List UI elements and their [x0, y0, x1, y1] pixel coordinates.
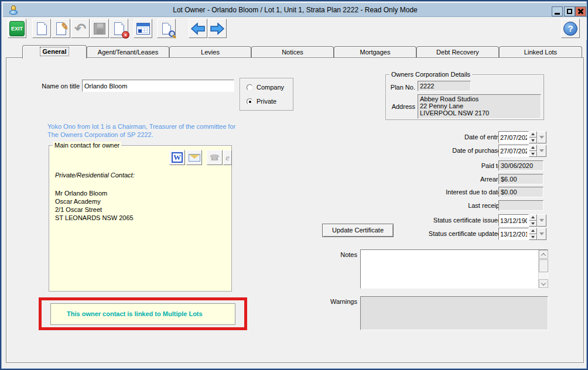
- owner-type-group: Company Private: [240, 78, 293, 111]
- back-button[interactable]: [189, 19, 207, 38]
- update-certificate-button[interactable]: Update Certificate: [322, 224, 394, 237]
- tab-mortgages[interactable]: Mortgages: [334, 46, 416, 57]
- paid-to-label: Paid to: [370, 162, 501, 169]
- private-radio[interactable]: Private: [247, 98, 276, 105]
- status-cert-updated-input[interactable]: [498, 228, 529, 240]
- chevron-down-icon: [539, 232, 544, 235]
- status-cert-updated-dropdown-button[interactable]: [537, 228, 546, 240]
- status-cert-issued-dropdown-button[interactable]: [537, 214, 546, 227]
- contact-suburb: ST LEONARDS NSW 2065: [55, 214, 134, 222]
- close-icon: [577, 8, 584, 15]
- contact-street: 2/1 Oscar Street: [55, 205, 102, 214]
- status-cert-issued-label: Status certificate issued: [370, 217, 501, 224]
- new-document-icon: [37, 22, 47, 35]
- tab-debt-recovery[interactable]: Debt Recovery: [416, 46, 499, 57]
- date-of-entry-dropdown-button[interactable]: [537, 131, 546, 143]
- scroll-down-button[interactable]: [539, 279, 548, 288]
- paid-to-field: [498, 160, 543, 171]
- titlebar: Lot Owner - Orlando Bloom / Lot 1, Unit …: [3, 3, 587, 17]
- save-button[interactable]: [90, 19, 109, 38]
- spin-up-button[interactable]: [529, 131, 537, 138]
- linked-lots-notice: This owner contact is linked to Multiple…: [50, 303, 235, 325]
- spin-up-icon: [531, 216, 535, 218]
- address-label: Address: [387, 103, 415, 110]
- web-icon: e: [225, 153, 230, 163]
- web-button[interactable]: e: [223, 150, 232, 165]
- date-of-purchase-dropdown-button[interactable]: [537, 145, 546, 157]
- main-contact-group: Main contact for owner W ☎ e Private/Res…: [49, 145, 232, 292]
- spin-up-button[interactable]: [529, 214, 537, 221]
- calendar-button[interactable]: [134, 19, 152, 38]
- spin-down-button[interactable]: [529, 234, 537, 241]
- phone-button[interactable]: ☎: [207, 150, 223, 165]
- help-icon: ?: [563, 22, 577, 36]
- undo-icon: ↶: [74, 23, 86, 35]
- address-line: LIVERPOOL NSW 2170: [420, 109, 539, 117]
- company-radio[interactable]: Company: [247, 84, 284, 91]
- spin-up-icon: [531, 133, 535, 135]
- status-cert-issued-input[interactable]: [498, 214, 529, 227]
- radio-unchecked-icon: [247, 84, 253, 91]
- chevron-down-icon: [539, 149, 544, 152]
- spin-up-button[interactable]: [529, 145, 537, 151]
- general-tab-page: Name on title Company Private Owners Cor…: [6, 57, 584, 363]
- last-receipt-field: [498, 200, 543, 211]
- tab-agent-tenant-leases[interactable]: Agent/Tenant/Leases: [87, 46, 169, 57]
- close-button[interactable]: [575, 6, 586, 16]
- date-of-purchase-label: Date of purchase: [370, 147, 501, 154]
- status-cert-updated-spinner: [529, 228, 537, 240]
- tab-levies[interactable]: Levies: [169, 46, 251, 57]
- date-of-entry-control: [498, 131, 546, 143]
- tabstrip: General Agent/Tenant/Leases Levies Notic…: [22, 45, 582, 59]
- spin-down-button[interactable]: [529, 138, 537, 144]
- notes-scrollbar[interactable]: [538, 250, 548, 288]
- address-field: Abbey Road Studios 22 Penny Lane LIVERPO…: [418, 94, 541, 119]
- radio-checked-icon: [247, 98, 253, 105]
- spin-down-button[interactable]: [529, 221, 537, 227]
- pencil-icon: ✎: [60, 20, 69, 33]
- toolbar: EXIT ✎ ↶ x: [3, 18, 587, 40]
- name-on-title-input[interactable]: [82, 80, 234, 92]
- word-merge-button[interactable]: W: [169, 150, 185, 165]
- help-button[interactable]: ?: [561, 19, 580, 38]
- date-of-purchase-input[interactable]: [498, 145, 529, 157]
- new-button[interactable]: [32, 19, 51, 38]
- interest-due-label: Interest due to date: [370, 189, 501, 196]
- undo-button[interactable]: ↶: [71, 19, 90, 38]
- arrears-field: [498, 174, 543, 184]
- date-of-entry-input[interactable]: [498, 131, 529, 143]
- forward-button[interactable]: [208, 19, 227, 38]
- status-cert-issued-spinner: [529, 214, 537, 227]
- address-line: 22 Penny Lane: [420, 102, 539, 109]
- interest-due-field: [498, 187, 543, 197]
- status-cert-issued-control: [498, 214, 546, 227]
- edit-button[interactable]: ✎: [52, 19, 70, 38]
- spin-down-icon: [531, 222, 535, 225]
- contact-name: Mr Orlando Bloom: [55, 189, 107, 197]
- save-icon: [94, 23, 105, 35]
- envelope-icon: [189, 154, 200, 162]
- minimize-button[interactable]: [552, 6, 563, 16]
- plan-no-field: [418, 81, 471, 91]
- chevron-down-icon: [539, 219, 544, 222]
- spin-down-button[interactable]: [529, 151, 537, 157]
- scroll-up-button[interactable]: [539, 250, 548, 259]
- main-contact-legend: Main contact for owner: [53, 142, 121, 149]
- scrollbar-thumb[interactable]: [539, 259, 548, 272]
- spin-down-icon: [531, 236, 535, 238]
- notes-input[interactable]: [361, 250, 538, 288]
- spin-up-button[interactable]: [529, 228, 537, 234]
- spin-down-icon: [531, 153, 535, 155]
- preview-button[interactable]: [157, 19, 176, 38]
- date-of-purchase-control: [498, 145, 546, 157]
- calendar-date-icon: [138, 29, 142, 33]
- tab-general[interactable]: General: [22, 45, 87, 59]
- email-button[interactable]: [186, 150, 202, 165]
- owners-corporation-legend: Owners Corporation Details: [389, 71, 472, 78]
- tab-notices[interactable]: Notices: [251, 46, 334, 57]
- exit-button[interactable]: EXIT: [8, 19, 26, 38]
- tab-linked-lots[interactable]: Linked Lots: [499, 46, 582, 57]
- cancel-button[interactable]: x: [110, 19, 128, 38]
- committee-note: Yoko Ono from lot 1 is a Chairman, Treas…: [47, 122, 235, 139]
- maximize-button[interactable]: [564, 6, 575, 16]
